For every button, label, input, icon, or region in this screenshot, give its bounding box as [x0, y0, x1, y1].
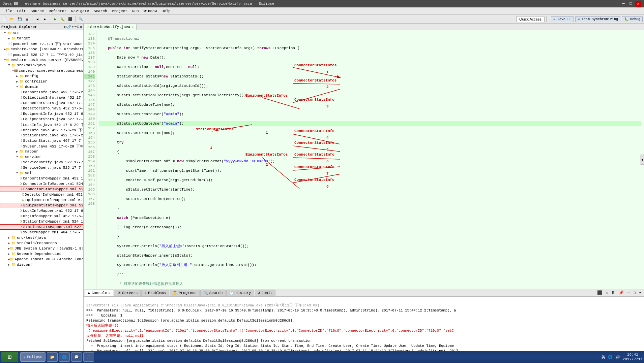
- tree-item-domain[interactable]: ▼📁domain: [0, 84, 83, 90]
- menu-navigate[interactable]: Navigate: [69, 8, 91, 14]
- tree-item-collectioninfo[interactable]: JCollectionInfo.java 452 17-6-...: [0, 95, 83, 100]
- start-button[interactable]: ⊞: [1, 352, 18, 362]
- taskbar-chat[interactable]: 💬: [71, 352, 82, 362]
- view-menu-icon[interactable]: ▾: [72, 25, 74, 29]
- bottom-tab-servers[interactable]: 🖥 Servers: [114, 290, 141, 296]
- toolbar-search-text[interactable]: 🔍: [77, 16, 84, 23]
- tree-item-carportinfomapper[interactable]: XCarportInfoMapper.xml 452 1: [0, 176, 83, 181]
- tree-item-src-main-resources[interactable]: ▶📁src/main/resources: [0, 240, 83, 246]
- tree-item-stationstats[interactable]: JStationStats.java 467 17-7-...: [0, 138, 83, 143]
- taskbar-browser[interactable]: 🌐: [59, 352, 70, 362]
- tree-item-equipmentinfo[interactable]: JEquipmentInfo.java 452 17-6-...: [0, 111, 83, 117]
- tree-item-evshare-business[interactable]: ▼📁evshare-business-server [EVSHARE/1.0/e…: [0, 57, 83, 63]
- bottom-tab-progress[interactable]: ⏳ Progress: [170, 290, 200, 296]
- tree-item-detectorinfo[interactable]: JDetectorInfo.java 452 17-6-29: [0, 106, 83, 111]
- collapse-tab[interactable]: ◀: [640, 155, 644, 165]
- tree-item-equipmentstats[interactable]: JEquipmentStats.java 527 17-7-...: [0, 117, 83, 122]
- tree-item-equipmentstatsmapper[interactable]: XEquipmentStatsMapper.xml 52: [0, 203, 83, 208]
- console-clear-btn[interactable]: 🗑: [610, 290, 617, 295]
- taskbar-media[interactable]: 🎵: [83, 352, 94, 362]
- tree-item-jre-library[interactable]: ▶📁JRE System Library [JavaSE-1.8]: [0, 246, 83, 251]
- maximize-button[interactable]: □: [628, 1, 634, 7]
- link-icon[interactable]: 🔗: [67, 25, 71, 29]
- taskbar-eclipse[interactable]: ☕ Eclipse: [20, 352, 46, 362]
- menu-run[interactable]: Run: [130, 8, 141, 14]
- tree-item-src-test-java[interactable]: ▶📁src/test/java: [0, 235, 83, 240]
- code-content[interactable]: @Transactional public int notifyStationS…: [96, 30, 644, 289]
- tree-item-carportinfo[interactable]: JCarportInfo.java 452 17-6-29: [0, 90, 83, 95]
- tree-item-equipmentinfomapper[interactable]: XEquipmentInfoMapper.xml 52: [0, 197, 83, 203]
- tree-item-sql[interactable]: ▼📁sql: [0, 170, 83, 176]
- tree-item-src[interactable]: ▼📁src: [0, 30, 83, 36]
- bottom-tab-console[interactable]: ▶ Console ✕: [85, 290, 113, 296]
- toolbar-run[interactable]: ▶: [52, 16, 59, 23]
- menu-search[interactable]: Search: [92, 8, 109, 14]
- toolbar-save[interactable]: 💾: [16, 16, 23, 23]
- tree-item-mapper[interactable]: ▶📁mapper: [0, 149, 83, 154]
- tree-item-servicenotify[interactable]: JServiceNotify.java 527 17-7-11: [0, 160, 83, 165]
- maximize-view-icon[interactable]: □: [77, 25, 79, 29]
- toolbar-debug[interactable]: 🐛: [59, 16, 66, 23]
- close-view-icon[interactable]: ✕: [80, 25, 82, 29]
- tree-item-package[interactable]: ▼📦com.extracme.evshare.business.tserv...: [0, 68, 83, 73]
- minimize-view-icon[interactable]: ─: [75, 25, 77, 29]
- tree-item-evshare-base[interactable]: ▶📁evshare-base [EVSHARE/1.0/evshare-base…: [0, 46, 83, 52]
- menu-refactor[interactable]: Refactor: [47, 8, 68, 14]
- tree-item-disconf[interactable]: ▶📁disconf: [0, 262, 83, 267]
- tree-item-tomcat[interactable]: ▶📁Apache Tomcat v8.0 (Apache Tomcat v8..…: [0, 257, 83, 262]
- tree-item-orginfo[interactable]: JOrgInfo.java 452 17-6-29 下午...: [0, 127, 83, 133]
- console-terminate-btn[interactable]: ✕: [604, 290, 609, 295]
- tree-item-stationstatsmapper[interactable]: XStationStatsMapper.xml 527 1: [0, 224, 83, 230]
- perspective-team-sync[interactable]: ⇄ Team Synchronizing: [575, 16, 620, 22]
- close-button[interactable]: ✕: [635, 1, 641, 7]
- tree-item-lockinfomapper[interactable]: XLockInfoMapper.xml 452 17-6-...: [0, 208, 83, 213]
- bottom-minimize[interactable]: ─: [626, 291, 631, 295]
- perspective-javaee[interactable]: ☕ Java EE: [551, 16, 574, 22]
- menu-edit[interactable]: Edit: [15, 8, 28, 14]
- bottom-tab-history[interactable]: 🕐 History: [226, 290, 254, 296]
- tree-item-pomxml-2[interactable]: 📄pom.xml 528 17-7-11 下午3:49 jiayl: [0, 52, 83, 57]
- tab-close-icon[interactable]: ✕: [131, 25, 133, 29]
- bottom-tab-junit[interactable]: J JUnit: [255, 290, 276, 296]
- console-content[interactable]: ServerStart (1) [Java Application] C:\Pr…: [84, 297, 644, 356]
- menu-file[interactable]: File: [1, 8, 14, 14]
- tree-item-network-deps[interactable]: ▶📁Network Dependencies: [0, 251, 83, 257]
- tree-item-servicequery[interactable]: JServiceQuery.java 525 17-7-8...: [0, 165, 83, 170]
- tree-item-service[interactable]: ▼📁service: [0, 154, 83, 160]
- tree-item-detectorinfomapper[interactable]: XDetectorInfoMapper.xml 452: [0, 192, 83, 197]
- tree-item-connectorstats[interactable]: JConnectorStats.java 467 17-6-...: [0, 100, 83, 106]
- console-stop-btn[interactable]: ⬛: [596, 290, 604, 295]
- tree-item-target[interactable]: ▶📁target: [0, 36, 83, 41]
- bottom-maximize[interactable]: □: [632, 291, 637, 295]
- toolbar-new[interactable]: 📄: [1, 16, 8, 23]
- tree-item-syuser[interactable]: JSyUser.java 452 17-6-29 下午...: [0, 143, 83, 149]
- tree-item-connectorstatsmapper[interactable]: XConnectorStatsMapper.xml 52: [0, 187, 83, 192]
- quick-access-button[interactable]: Quick Access: [516, 16, 545, 22]
- minimize-button[interactable]: ─: [620, 1, 626, 7]
- toolbar-stop[interactable]: ⬛: [67, 16, 74, 23]
- toolbar-back[interactable]: ◀: [34, 16, 41, 23]
- toolbar-open[interactable]: 📂: [9, 16, 16, 23]
- menu-source[interactable]: Source: [29, 8, 46, 14]
- collapse-icon[interactable]: ⊟: [64, 25, 66, 29]
- tree-item-config[interactable]: ▶📁config: [0, 73, 83, 79]
- toolbar-forward[interactable]: ▶: [41, 16, 48, 23]
- tree-item-pomxml-1[interactable]: 📄pom.xml 485 17-7-3 下午6:47 wuwei: [0, 41, 83, 46]
- bottom-viewmenu[interactable]: ▾: [638, 290, 643, 295]
- editor-tab-servicenotify[interactable]: J ServiceNotify.java ✕: [84, 24, 137, 30]
- menu-project[interactable]: Project: [110, 8, 129, 14]
- perspective-debug[interactable]: 🐛 Debug: [622, 16, 643, 22]
- console-pin-btn[interactable]: 📌: [617, 290, 625, 295]
- tree-item-connectorinfomapper[interactable]: XConnectorInfoMapper.xml 524: [0, 181, 83, 187]
- tree-item-orginfomapper[interactable]: XOrgInfoMapper.xml 452 17-6-...: [0, 213, 83, 219]
- tree-item-src-main-java[interactable]: ▼📁src/main/java: [0, 63, 83, 68]
- tree-item-lockinfo[interactable]: JLockInfo.java 452 17-6-29 下午...: [0, 122, 83, 127]
- tree-item-controller[interactable]: ▶📁controller: [0, 79, 83, 84]
- tree-item-stationinfomapper[interactable]: XStationInfoMapper.xml 524 17-...: [0, 219, 83, 224]
- bottom-tab-search[interactable]: 🔍 Search: [200, 290, 226, 296]
- menu-help[interactable]: Help: [159, 8, 172, 14]
- tree-item-stationinfo[interactable]: JStationInfo.java 452 17-6-29 17-7-30: [0, 133, 83, 138]
- tree-item-syusermapper[interactable]: XSyUserMapper.xml 464 17-6-...: [0, 230, 83, 235]
- taskbar-file-explorer[interactable]: 📁: [47, 352, 58, 362]
- menu-window[interactable]: Window: [142, 8, 159, 14]
